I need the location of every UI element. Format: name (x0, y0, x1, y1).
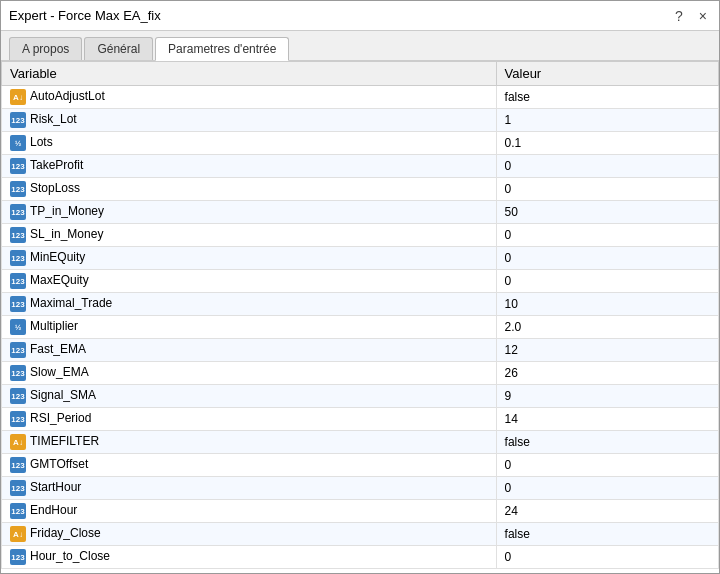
param-name: Slow_EMA (30, 365, 89, 379)
param-variable-cell: 123Slow_EMA (2, 362, 497, 385)
help-button[interactable]: ? (671, 8, 687, 24)
param-variable-cell: A↓Friday_Close (2, 523, 497, 546)
table-row[interactable]: 123Fast_EMA12 (2, 339, 719, 362)
param-variable-cell: 123MinEQuity (2, 247, 497, 270)
table-row[interactable]: A↓TIMEFILTERfalse (2, 431, 719, 454)
table-row[interactable]: 123RSI_Period14 (2, 408, 719, 431)
param-value-cell[interactable]: 50 (496, 201, 718, 224)
table-row[interactable]: 123Maximal_Trade10 (2, 293, 719, 316)
type-icon: 123 (10, 227, 26, 243)
param-name: Multiplier (30, 319, 78, 333)
table-row[interactable]: 123EndHour24 (2, 500, 719, 523)
param-value-cell[interactable]: 0 (496, 247, 718, 270)
param-value-cell[interactable]: 9 (496, 385, 718, 408)
param-value-cell[interactable]: 0 (496, 178, 718, 201)
param-variable-cell: 123EndHour (2, 500, 497, 523)
table-row[interactable]: 123Risk_Lot1 (2, 109, 719, 132)
type-icon: A↓ (10, 526, 26, 542)
table-row[interactable]: 123MaxEQuity0 (2, 270, 719, 293)
type-icon: 123 (10, 204, 26, 220)
param-value-cell[interactable]: 0 (496, 454, 718, 477)
param-name: StopLoss (30, 181, 80, 195)
type-icon: ½ (10, 319, 26, 335)
table-row[interactable]: 123Slow_EMA26 (2, 362, 719, 385)
param-value-cell[interactable]: 14 (496, 408, 718, 431)
type-icon: 123 (10, 457, 26, 473)
tab-apropos[interactable]: A propos (9, 37, 82, 60)
param-value-cell[interactable]: 0 (496, 477, 718, 500)
close-button[interactable]: × (695, 8, 711, 24)
param-name: Fast_EMA (30, 342, 86, 356)
param-variable-cell: 123RSI_Period (2, 408, 497, 431)
param-name: TakeProfit (30, 158, 83, 172)
param-value-cell[interactable]: false (496, 431, 718, 454)
type-icon: 123 (10, 296, 26, 312)
param-variable-cell: 123GMTOffset (2, 454, 497, 477)
type-icon: 123 (10, 250, 26, 266)
tabs-bar: A propos Général Parametres d'entrée (1, 31, 719, 61)
table-row[interactable]: ½Multiplier2.0 (2, 316, 719, 339)
param-name: SL_in_Money (30, 227, 103, 241)
param-name: Friday_Close (30, 526, 101, 540)
param-value-cell[interactable]: 0 (496, 155, 718, 178)
type-icon: 123 (10, 480, 26, 496)
param-variable-cell: A↓AutoAdjustLot (2, 86, 497, 109)
param-value-cell[interactable]: 0.1 (496, 132, 718, 155)
table-row[interactable]: ½Lots0.1 (2, 132, 719, 155)
table-row[interactable]: 123SL_in_Money0 (2, 224, 719, 247)
param-variable-cell: 123StopLoss (2, 178, 497, 201)
table-row[interactable]: 123Signal_SMA9 (2, 385, 719, 408)
param-variable-cell: 123SL_in_Money (2, 224, 497, 247)
window-title: Expert - Force Max EA_fix (9, 8, 161, 23)
param-name: Hour_to_Close (30, 549, 110, 563)
param-variable-cell: 123TP_in_Money (2, 201, 497, 224)
param-value-cell[interactable]: 10 (496, 293, 718, 316)
type-icon: 123 (10, 549, 26, 565)
param-value-cell[interactable]: 0 (496, 270, 718, 293)
col-value-header: Valeur (496, 62, 718, 86)
table-row[interactable]: 123StartHour0 (2, 477, 719, 500)
param-variable-cell: ½Lots (2, 132, 497, 155)
param-value-cell[interactable]: 26 (496, 362, 718, 385)
param-name: EndHour (30, 503, 77, 517)
tab-parametres[interactable]: Parametres d'entrée (155, 37, 289, 61)
main-window: Expert - Force Max EA_fix ? × A propos G… (0, 0, 720, 574)
type-icon: A↓ (10, 434, 26, 450)
table-header-row: Variable Valeur (2, 62, 719, 86)
type-icon: 123 (10, 273, 26, 289)
type-icon: 123 (10, 112, 26, 128)
table-row[interactable]: A↓Friday_Closefalse (2, 523, 719, 546)
table-row[interactable]: 123GMTOffset0 (2, 454, 719, 477)
param-value-cell[interactable]: 1 (496, 109, 718, 132)
table-row[interactable]: 123Hour_to_Close0 (2, 546, 719, 569)
param-variable-cell: 123MaxEQuity (2, 270, 497, 293)
param-variable-cell: A↓TIMEFILTER (2, 431, 497, 454)
param-value-cell[interactable]: false (496, 523, 718, 546)
param-value-cell[interactable]: 2.0 (496, 316, 718, 339)
table-row[interactable]: 123StopLoss0 (2, 178, 719, 201)
params-table: Variable Valeur A↓AutoAdjustLotfalse123R… (1, 61, 719, 569)
param-value-cell[interactable]: 0 (496, 224, 718, 247)
table-row[interactable]: A↓AutoAdjustLotfalse (2, 86, 719, 109)
param-variable-cell: 123Risk_Lot (2, 109, 497, 132)
col-variable-header: Variable (2, 62, 497, 86)
table-row[interactable]: 123MinEQuity0 (2, 247, 719, 270)
table-row[interactable]: 123TakeProfit0 (2, 155, 719, 178)
param-name: Risk_Lot (30, 112, 77, 126)
param-name: RSI_Period (30, 411, 91, 425)
param-name: TP_in_Money (30, 204, 104, 218)
param-name: MaxEQuity (30, 273, 89, 287)
param-value-cell[interactable]: 24 (496, 500, 718, 523)
type-icon: 123 (10, 365, 26, 381)
tab-general[interactable]: Général (84, 37, 153, 60)
param-variable-cell: ½Multiplier (2, 316, 497, 339)
param-value-cell[interactable]: false (496, 86, 718, 109)
type-icon: 123 (10, 181, 26, 197)
param-name: AutoAdjustLot (30, 89, 105, 103)
type-icon: 123 (10, 158, 26, 174)
param-value-cell[interactable]: 0 (496, 546, 718, 569)
table-row[interactable]: 123TP_in_Money50 (2, 201, 719, 224)
param-name: Maximal_Trade (30, 296, 112, 310)
param-value-cell[interactable]: 12 (496, 339, 718, 362)
param-variable-cell: 123Hour_to_Close (2, 546, 497, 569)
